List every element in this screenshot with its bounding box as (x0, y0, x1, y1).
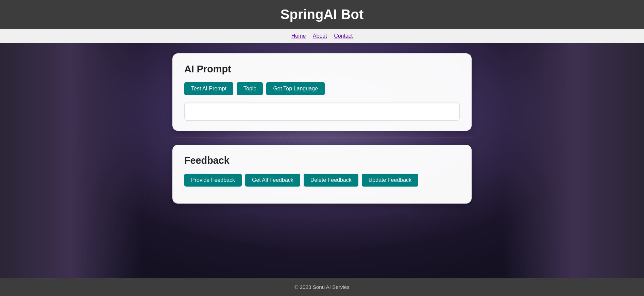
update-feedback-button[interactable]: Update Feedback (362, 174, 418, 187)
feedback-card: Feedback Provide Feedback Get All Feedba… (172, 145, 472, 204)
footer-text: © 2023 Sonu AI Servies (294, 284, 349, 290)
get-top-language-button[interactable]: Get Top Language (266, 82, 324, 95)
ai-prompt-title: AI Prompt (184, 64, 460, 75)
ai-prompt-card: AI Prompt Test AI Prompt Topic Get Top L… (172, 53, 472, 131)
nav-contact[interactable]: Contact (334, 33, 353, 39)
feedback-title: Feedback (184, 155, 460, 166)
ai-response-area[interactable] (184, 102, 460, 121)
section-divider (172, 138, 472, 138)
header: SpringAI Bot (0, 0, 644, 29)
get-all-feedback-button[interactable]: Get All Feedback (245, 174, 300, 187)
nav-about[interactable]: About (313, 33, 327, 39)
delete-feedback-button[interactable]: Delete Feedback (304, 174, 358, 187)
cards-container: AI Prompt Test AI Prompt Topic Get Top L… (172, 53, 472, 204)
provide-feedback-button[interactable]: Provide Feedback (184, 174, 242, 187)
feedback-buttons: Provide Feedback Get All Feedback Delete… (184, 174, 460, 187)
nav-home[interactable]: Home (291, 33, 306, 39)
site-title: SpringAI Bot (0, 7, 644, 22)
navbar: Home About Contact (0, 29, 644, 43)
test-ai-prompt-button[interactable]: Test AI Prompt (184, 82, 233, 95)
main-content: AI Prompt Test AI Prompt Topic Get Top L… (0, 43, 644, 278)
ai-prompt-buttons: Test AI Prompt Topic Get Top Language (184, 82, 460, 95)
footer: © 2023 Sonu AI Servies (0, 278, 644, 296)
topic-button[interactable]: Topic (237, 82, 263, 95)
